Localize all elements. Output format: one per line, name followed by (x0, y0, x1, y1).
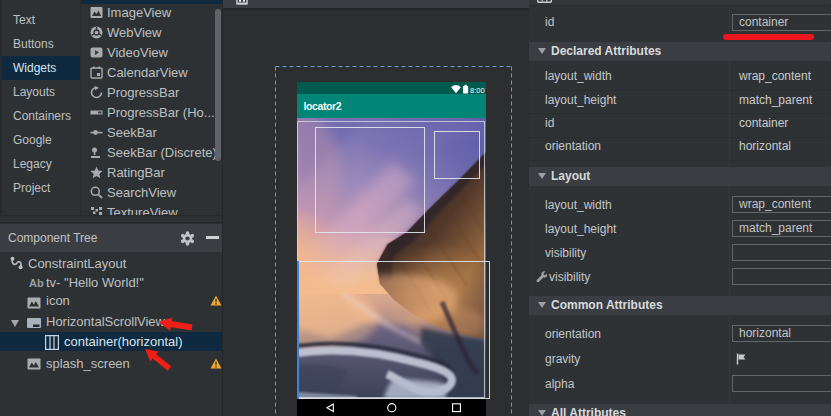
svg-text:8:00: 8:00 (470, 86, 485, 94)
